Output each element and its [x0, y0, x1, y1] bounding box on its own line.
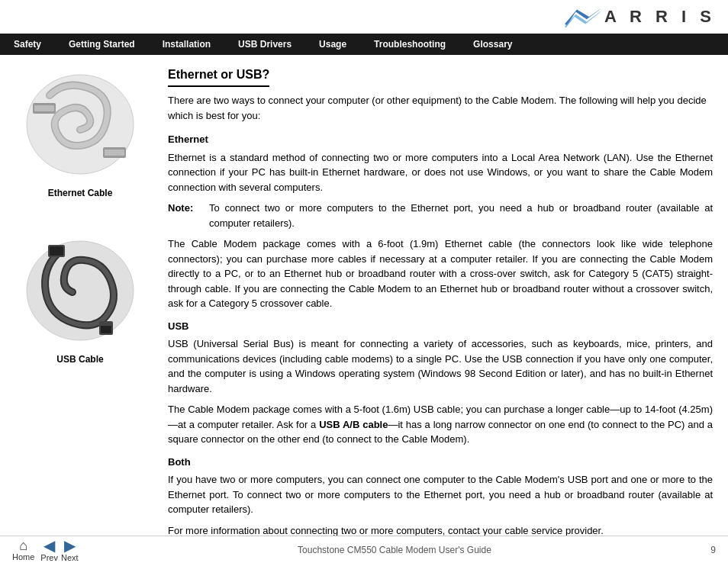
both-heading: Both [168, 455, 713, 470]
footer: ⌂ Home ◀ Prev ▶ Next Touchstone CM550 Ca… [0, 536, 728, 563]
ethernet-cable-svg [19, 65, 141, 183]
home-icon: ⌂ [19, 539, 27, 552]
svg-marker-0 [565, 8, 601, 25]
svg-rect-6 [105, 150, 124, 156]
nav-usb-drivers[interactable]: USB Drivers [224, 34, 305, 55]
intro-text: There are two ways to connect your compu… [168, 93, 713, 123]
nav-glossary[interactable]: Glossary [459, 34, 526, 55]
footer-page-number: 9 [710, 545, 716, 555]
next-button[interactable]: ▶ Next [61, 538, 79, 562]
usb-body: USB (Universal Serial Bus) is meant for … [168, 336, 713, 396]
next-arrow-icon: ▶ [64, 538, 76, 553]
header: A R R I S [0, 0, 728, 34]
prev-button[interactable]: ◀ Prev [40, 538, 58, 562]
footer-nav: ⌂ Home ◀ Prev ▶ Next [12, 538, 79, 562]
svg-rect-9 [50, 246, 63, 256]
nav-getting-started[interactable]: Getting Started [55, 34, 149, 55]
note-text: To connect two or more computers to the … [209, 201, 713, 230]
usb-detail: The Cable Modem package comes with a 5-f… [168, 402, 713, 447]
usb-cable-image [19, 229, 141, 351]
usb-cable-label: USB Cable [56, 354, 103, 365]
usb-heading: USB [168, 319, 713, 334]
usb-cable-svg [19, 231, 141, 349]
nav-usage[interactable]: Usage [305, 34, 360, 55]
main-content: Ethernet Cable USB Cable Ethernet or USB… [0, 55, 728, 536]
next-label: Next [61, 553, 79, 562]
nav-safety[interactable]: Safety [0, 34, 55, 55]
footer-center-text: Touchstone CM550 Cable Modem User's Guid… [298, 545, 491, 555]
ethernet-detail: The Cable Modem package comes with a 6-f… [168, 236, 713, 311]
usb-bold: USB A/B cable [319, 419, 388, 430]
arris-logo-text: A R R I S [604, 7, 716, 27]
navigation-bar: Safety Getting Started Installation USB … [0, 34, 728, 55]
prev-next-nav: ◀ Prev ▶ Next [40, 538, 78, 562]
ethernet-cable-image [19, 63, 141, 185]
nav-installation[interactable]: Installation [149, 34, 224, 55]
ethernet-body: Ethernet is a standard method of connect… [168, 150, 713, 195]
svg-rect-4 [34, 105, 54, 111]
ethernet-cable-label: Ethernet Cable [48, 188, 113, 198]
home-label: Home [12, 552, 34, 561]
both-body: If you have two or more computers, you c… [168, 472, 713, 517]
prev-label: Prev [40, 553, 58, 562]
arris-logo-wing [565, 6, 601, 27]
page-title: Ethernet or USB? [168, 66, 269, 87]
home-button[interactable]: ⌂ Home [12, 539, 34, 561]
note-label: Note: [168, 201, 205, 230]
left-panel: Ethernet Cable USB Cable [0, 55, 160, 536]
content-panel: Ethernet or USB? There are two ways to c… [160, 55, 728, 536]
prev-arrow-icon: ◀ [43, 538, 55, 553]
nav-troubleshooting[interactable]: Troubleshooting [360, 34, 459, 55]
note-block: Note: To connect two or more computers t… [168, 201, 713, 230]
ethernet-heading: Ethernet [168, 132, 713, 147]
logo-area: A R R I S [565, 6, 716, 27]
both-footer: For more information about connecting tw… [168, 523, 713, 536]
